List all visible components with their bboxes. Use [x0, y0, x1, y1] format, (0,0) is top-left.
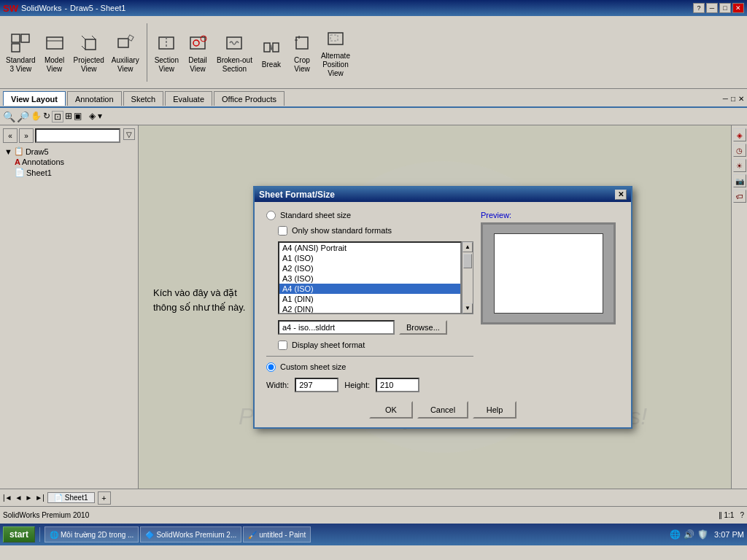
- solidworks-icon: 🔷: [145, 531, 154, 539]
- scroll-thumb[interactable]: [463, 254, 472, 268]
- toolbar-projected-view[interactable]: ProjectedView: [71, 30, 107, 75]
- toolbar-label: Standard3 View: [6, 56, 36, 74]
- toolbar-alternate-position-view[interactable]: AlternatePositionView: [318, 26, 353, 79]
- section-display-icon[interactable]: ◈ ▾: [89, 111, 102, 122]
- dialog-right-panel: Preview:: [473, 211, 619, 392]
- volume-icon[interactable]: 🔊: [684, 529, 694, 540]
- scroll-up-button[interactable]: ▲: [462, 242, 473, 252]
- taskbar-item-label: Môi trường 2D trong ...: [61, 531, 133, 539]
- sidebar-item-annotations[interactable]: A Annotations: [3, 157, 135, 167]
- format-file-input[interactable]: [278, 320, 395, 335]
- tab-office-products[interactable]: Office Products: [214, 91, 285, 106]
- toolbar-broken-out-section[interactable]: Broken-outSection: [214, 30, 255, 75]
- sheet-nav-prev[interactable]: ◄: [15, 494, 23, 502]
- browser-icon: 🌐: [50, 531, 58, 539]
- list-scrollbar: ▲ ▼: [462, 241, 473, 314]
- toolbar-auxiliary-view[interactable]: AuxiliaryView: [109, 30, 142, 75]
- broken-out-section-icon: [222, 31, 246, 55]
- help-button[interactable]: ?: [693, 3, 705, 13]
- svg-rect-23: [330, 35, 338, 41]
- zoom-out-icon[interactable]: 🔎: [17, 111, 29, 122]
- sheet-nav-next[interactable]: ►: [25, 494, 32, 502]
- expand-all-button[interactable]: »: [19, 128, 34, 143]
- sheet-format-dialog: Sheet Format/Size ✕ Standard sheet size: [253, 186, 632, 429]
- tab-annotation[interactable]: Annotation: [67, 91, 122, 106]
- start-button[interactable]: start: [3, 526, 35, 542]
- paint-icon: 🖌️: [248, 531, 257, 539]
- network-icon[interactable]: 🌐: [670, 529, 681, 540]
- sheet-icon: 📄: [15, 168, 25, 177]
- taskbar-item-label: SolidWorks Premium 2...: [156, 531, 236, 539]
- help-status-icon[interactable]: ?: [740, 511, 744, 519]
- ok-button[interactable]: OK: [369, 401, 413, 419]
- zoom-in-icon[interactable]: 🔍: [3, 111, 15, 122]
- list-item-a2-din[interactable]: A2 (DIN): [279, 304, 460, 314]
- sidebar-item-draw5[interactable]: ▼ 📋 Draw5: [3, 146, 135, 157]
- custom-size-radio[interactable]: [266, 362, 276, 372]
- restore-button[interactable]: □: [719, 3, 731, 13]
- content-area[interactable]: SW Kích vào đây và đặt thông số như thế …: [139, 125, 747, 489]
- fit-all-icon[interactable]: ⊡: [52, 111, 63, 122]
- help-button[interactable]: Help: [473, 401, 516, 419]
- svg-point-15: [201, 36, 206, 42]
- sheet-tab-label: Sheet1: [65, 494, 88, 502]
- main-toolbar: Standard3 View ModelView ProjectedView: [0, 16, 747, 89]
- cancel-button[interactable]: Cancel: [417, 401, 468, 419]
- taskbar-item-solidworks[interactable]: 🔷 SolidWorks Premium 2...: [140, 526, 241, 542]
- document-icon: 📋: [14, 147, 24, 156]
- minimize-panel-button[interactable]: ─: [723, 95, 728, 103]
- collapse-all-button[interactable]: «: [3, 128, 18, 143]
- sheet-nav-last[interactable]: ►|: [35, 494, 44, 502]
- format-list[interactable]: A4 (ANSI) Portrait A1 (ISO) A2 (ISO) A3 …: [278, 241, 462, 314]
- toolbar-model-view[interactable]: ModelView: [40, 30, 69, 75]
- close-panel-button[interactable]: ✕: [738, 95, 744, 103]
- sheet-nav-first[interactable]: |◄: [3, 494, 12, 502]
- tab-evaluate[interactable]: Evaluate: [165, 91, 212, 106]
- close-button[interactable]: ✕: [732, 3, 744, 13]
- list-item-a4-ansi[interactable]: A4 (ANSI) Portrait: [279, 243, 460, 253]
- toolbar-section-view[interactable]: SectionView: [152, 30, 182, 75]
- display-style-icon[interactable]: ▣: [74, 111, 82, 122]
- list-item-a1-iso[interactable]: A1 (ISO): [279, 253, 460, 263]
- toolbar-break[interactable]: Break: [257, 34, 286, 70]
- sidebar: « » ▽ ▼ 📋 Draw5 A Annotations 📄 Sheet1: [0, 125, 139, 489]
- pan-icon[interactable]: ✋: [31, 111, 42, 122]
- height-input[interactable]: [376, 378, 419, 392]
- list-item-a1-din[interactable]: A1 (DIN): [279, 294, 460, 304]
- toolbar-standard-3-view[interactable]: Standard3 View: [3, 30, 39, 75]
- toolbar-label: AlternatePositionView: [321, 52, 350, 78]
- scroll-down-button[interactable]: ▼: [462, 303, 473, 314]
- browse-button[interactable]: Browse...: [399, 320, 447, 335]
- width-input[interactable]: [295, 378, 338, 392]
- dialog-left-panel: Standard sheet size Only show standard f…: [266, 211, 473, 392]
- minimize-button[interactable]: ─: [706, 3, 718, 13]
- dialog-close-button[interactable]: ✕: [615, 190, 627, 200]
- dimensions-row: Width: Height:: [266, 378, 473, 392]
- tab-sketch[interactable]: Sketch: [123, 91, 164, 106]
- standard-size-radio[interactable]: [266, 211, 276, 220]
- svg-point-14: [193, 40, 199, 46]
- file-input-row: Browse...: [278, 320, 473, 335]
- svg-rect-3: [47, 37, 63, 49]
- only-standard-checkbox[interactable]: [278, 226, 287, 236]
- list-item-a3-iso[interactable]: A3 (ISO): [279, 273, 460, 284]
- tab-view-layout[interactable]: View Layout: [3, 91, 66, 106]
- view-orient-icon[interactable]: ⊞: [65, 111, 72, 122]
- sidebar-item-sheet1[interactable]: 📄 Sheet1: [3, 167, 135, 178]
- filter-icon[interactable]: ▽: [123, 128, 135, 140]
- display-sheet-format-checkbox[interactable]: [278, 341, 287, 350]
- rotate-icon[interactable]: ↻: [43, 111, 50, 122]
- toolbar-crop-view[interactable]: CropView: [287, 30, 317, 75]
- display-sheet-format-label: Display sheet format: [292, 341, 365, 349]
- shield-icon[interactable]: 🛡️: [697, 529, 708, 540]
- sheet-tab-sheet1[interactable]: 📄 Sheet1: [47, 492, 95, 503]
- app-logo: SW: [3, 3, 18, 14]
- list-item-a2-iso[interactable]: A2 (ISO): [279, 263, 460, 273]
- dialog-overlay: Sheet Format/Size ✕ Standard sheet size: [139, 125, 747, 489]
- list-item-a4-iso[interactable]: A4 (ISO): [279, 284, 460, 294]
- taskbar-item-paint[interactable]: 🖌️ untitled - Paint: [243, 526, 311, 542]
- add-sheet-button[interactable]: +: [98, 491, 111, 505]
- restore-panel-button[interactable]: □: [731, 95, 735, 103]
- toolbar-detail-view[interactable]: DetailView: [183, 30, 212, 75]
- taskbar-item-browser[interactable]: 🌐 Môi trường 2D trong ...: [44, 526, 139, 542]
